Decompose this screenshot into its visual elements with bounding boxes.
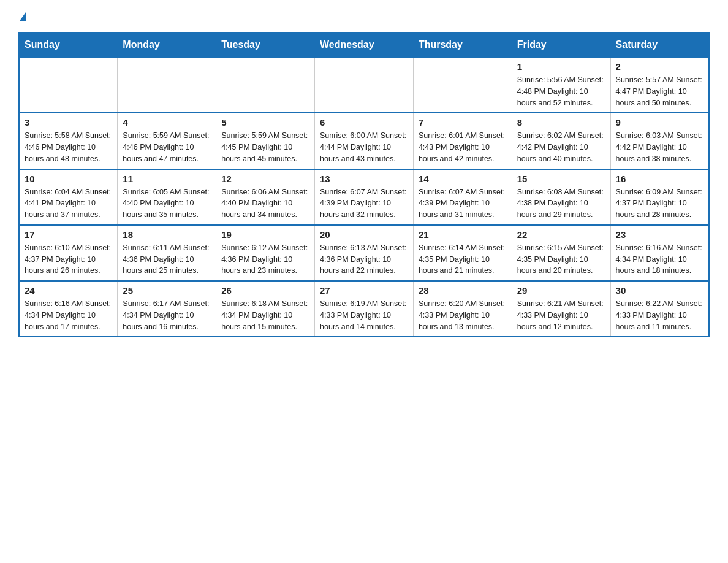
calendar-cell: 29Sunrise: 6:21 AM Sunset: 4:33 PM Dayli… bbox=[512, 281, 610, 337]
calendar-cell bbox=[216, 57, 315, 113]
day-number: 28 bbox=[419, 285, 507, 296]
weekday-header-tuesday: Tuesday bbox=[216, 33, 315, 57]
day-info: Sunrise: 6:13 AM Sunset: 4:36 PM Dayligh… bbox=[320, 242, 408, 277]
day-number: 17 bbox=[25, 229, 112, 240]
day-info: Sunrise: 6:01 AM Sunset: 4:43 PM Dayligh… bbox=[419, 130, 507, 164]
calendar-cell: 22Sunrise: 6:15 AM Sunset: 4:35 PM Dayli… bbox=[512, 225, 610, 281]
day-number: 18 bbox=[123, 229, 211, 240]
day-info: Sunrise: 6:12 AM Sunset: 4:36 PM Dayligh… bbox=[221, 242, 309, 277]
logo bbox=[18, 12, 26, 21]
calendar-cell: 28Sunrise: 6:20 AM Sunset: 4:33 PM Dayli… bbox=[413, 281, 512, 337]
day-number: 14 bbox=[419, 174, 507, 184]
day-info: Sunrise: 6:08 AM Sunset: 4:38 PM Dayligh… bbox=[517, 186, 605, 221]
day-number: 15 bbox=[517, 174, 605, 184]
calendar-cell: 2Sunrise: 5:57 AM Sunset: 4:47 PM Daylig… bbox=[610, 57, 709, 113]
day-number: 11 bbox=[123, 174, 211, 184]
day-number: 29 bbox=[517, 285, 605, 296]
weekday-header-saturday: Saturday bbox=[610, 33, 709, 57]
day-number: 1 bbox=[517, 61, 605, 72]
weekday-header-sunday: Sunday bbox=[19, 33, 118, 57]
calendar-cell: 23Sunrise: 6:16 AM Sunset: 4:34 PM Dayli… bbox=[610, 225, 709, 281]
day-number: 24 bbox=[25, 285, 112, 296]
calendar-cell: 20Sunrise: 6:13 AM Sunset: 4:36 PM Dayli… bbox=[315, 225, 414, 281]
day-info: Sunrise: 6:20 AM Sunset: 4:33 PM Dayligh… bbox=[419, 298, 507, 332]
day-info: Sunrise: 6:05 AM Sunset: 4:40 PM Dayligh… bbox=[123, 186, 211, 221]
day-number: 7 bbox=[419, 117, 507, 128]
calendar-cell bbox=[413, 57, 512, 113]
calendar-table: SundayMondayTuesdayWednesdayThursdayFrid… bbox=[18, 32, 710, 337]
day-info: Sunrise: 6:22 AM Sunset: 4:33 PM Dayligh… bbox=[616, 298, 703, 332]
day-number: 4 bbox=[123, 117, 211, 128]
day-info: Sunrise: 6:15 AM Sunset: 4:35 PM Dayligh… bbox=[517, 242, 605, 277]
calendar-cell: 15Sunrise: 6:08 AM Sunset: 4:38 PM Dayli… bbox=[512, 169, 610, 225]
calendar-week-row: 1Sunrise: 5:56 AM Sunset: 4:48 PM Daylig… bbox=[19, 57, 709, 113]
day-info: Sunrise: 5:59 AM Sunset: 4:45 PM Dayligh… bbox=[221, 130, 309, 164]
calendar-cell: 18Sunrise: 6:11 AM Sunset: 4:36 PM Dayli… bbox=[118, 225, 216, 281]
day-number: 19 bbox=[221, 229, 309, 240]
calendar-cell: 4Sunrise: 5:59 AM Sunset: 4:46 PM Daylig… bbox=[118, 113, 216, 169]
day-number: 13 bbox=[320, 174, 408, 184]
day-number: 23 bbox=[616, 229, 703, 240]
day-number: 20 bbox=[320, 229, 408, 240]
calendar-cell: 9Sunrise: 6:03 AM Sunset: 4:42 PM Daylig… bbox=[610, 113, 709, 169]
day-info: Sunrise: 6:07 AM Sunset: 4:39 PM Dayligh… bbox=[419, 186, 507, 221]
calendar-cell bbox=[118, 57, 216, 113]
calendar-week-row: 10Sunrise: 6:04 AM Sunset: 4:41 PM Dayli… bbox=[19, 169, 709, 225]
day-number: 6 bbox=[320, 117, 408, 128]
day-info: Sunrise: 6:19 AM Sunset: 4:33 PM Dayligh… bbox=[320, 298, 408, 332]
day-info: Sunrise: 6:09 AM Sunset: 4:37 PM Dayligh… bbox=[616, 186, 703, 221]
calendar-week-row: 24Sunrise: 6:16 AM Sunset: 4:34 PM Dayli… bbox=[19, 281, 709, 337]
day-info: Sunrise: 6:21 AM Sunset: 4:33 PM Dayligh… bbox=[517, 298, 605, 332]
calendar-cell: 25Sunrise: 6:17 AM Sunset: 4:34 PM Dayli… bbox=[118, 281, 216, 337]
day-info: Sunrise: 5:58 AM Sunset: 4:46 PM Dayligh… bbox=[25, 130, 112, 164]
day-number: 5 bbox=[221, 117, 309, 128]
page-header bbox=[18, 12, 710, 21]
day-number: 2 bbox=[616, 61, 703, 72]
day-number: 3 bbox=[25, 117, 112, 128]
day-number: 30 bbox=[616, 285, 703, 296]
day-number: 9 bbox=[616, 117, 703, 128]
calendar-cell: 27Sunrise: 6:19 AM Sunset: 4:33 PM Dayli… bbox=[315, 281, 414, 337]
calendar-cell: 3Sunrise: 5:58 AM Sunset: 4:46 PM Daylig… bbox=[19, 113, 118, 169]
day-info: Sunrise: 6:18 AM Sunset: 4:34 PM Dayligh… bbox=[221, 298, 309, 332]
calendar-cell: 16Sunrise: 6:09 AM Sunset: 4:37 PM Dayli… bbox=[610, 169, 709, 225]
day-info: Sunrise: 6:17 AM Sunset: 4:34 PM Dayligh… bbox=[123, 298, 211, 332]
day-number: 26 bbox=[221, 285, 309, 296]
day-number: 12 bbox=[221, 174, 309, 184]
day-info: Sunrise: 6:03 AM Sunset: 4:42 PM Dayligh… bbox=[616, 130, 703, 164]
day-info: Sunrise: 6:07 AM Sunset: 4:39 PM Dayligh… bbox=[320, 186, 408, 221]
day-info: Sunrise: 6:16 AM Sunset: 4:34 PM Dayligh… bbox=[616, 242, 703, 277]
day-number: 27 bbox=[320, 285, 408, 296]
day-info: Sunrise: 5:59 AM Sunset: 4:46 PM Dayligh… bbox=[123, 130, 211, 164]
calendar-cell: 7Sunrise: 6:01 AM Sunset: 4:43 PM Daylig… bbox=[413, 113, 512, 169]
weekday-header-wednesday: Wednesday bbox=[315, 33, 414, 57]
day-info: Sunrise: 5:56 AM Sunset: 4:48 PM Dayligh… bbox=[517, 74, 605, 109]
weekday-header-thursday: Thursday bbox=[413, 33, 512, 57]
day-info: Sunrise: 6:10 AM Sunset: 4:37 PM Dayligh… bbox=[25, 242, 112, 277]
day-info: Sunrise: 6:04 AM Sunset: 4:41 PM Dayligh… bbox=[25, 186, 112, 221]
day-info: Sunrise: 6:11 AM Sunset: 4:36 PM Dayligh… bbox=[123, 242, 211, 277]
weekday-header-row: SundayMondayTuesdayWednesdayThursdayFrid… bbox=[19, 33, 709, 57]
day-number: 10 bbox=[25, 174, 112, 184]
weekday-header-monday: Monday bbox=[118, 33, 216, 57]
calendar-week-row: 17Sunrise: 6:10 AM Sunset: 4:37 PM Dayli… bbox=[19, 225, 709, 281]
calendar-cell: 30Sunrise: 6:22 AM Sunset: 4:33 PM Dayli… bbox=[610, 281, 709, 337]
day-info: Sunrise: 6:00 AM Sunset: 4:44 PM Dayligh… bbox=[320, 130, 408, 164]
calendar-cell: 24Sunrise: 6:16 AM Sunset: 4:34 PM Dayli… bbox=[19, 281, 118, 337]
calendar-cell bbox=[19, 57, 118, 113]
calendar-cell: 13Sunrise: 6:07 AM Sunset: 4:39 PM Dayli… bbox=[315, 169, 414, 225]
day-number: 16 bbox=[616, 174, 703, 184]
calendar-cell: 21Sunrise: 6:14 AM Sunset: 4:35 PM Dayli… bbox=[413, 225, 512, 281]
day-info: Sunrise: 5:57 AM Sunset: 4:47 PM Dayligh… bbox=[616, 74, 703, 109]
calendar-cell bbox=[315, 57, 414, 113]
calendar-cell: 12Sunrise: 6:06 AM Sunset: 4:40 PM Dayli… bbox=[216, 169, 315, 225]
calendar-cell: 6Sunrise: 6:00 AM Sunset: 4:44 PM Daylig… bbox=[315, 113, 414, 169]
day-number: 21 bbox=[419, 229, 507, 240]
calendar-cell: 17Sunrise: 6:10 AM Sunset: 4:37 PM Dayli… bbox=[19, 225, 118, 281]
day-info: Sunrise: 6:06 AM Sunset: 4:40 PM Dayligh… bbox=[221, 186, 309, 221]
calendar-cell: 5Sunrise: 5:59 AM Sunset: 4:45 PM Daylig… bbox=[216, 113, 315, 169]
day-info: Sunrise: 6:16 AM Sunset: 4:34 PM Dayligh… bbox=[25, 298, 112, 332]
weekday-header-friday: Friday bbox=[512, 33, 610, 57]
calendar-cell: 14Sunrise: 6:07 AM Sunset: 4:39 PM Dayli… bbox=[413, 169, 512, 225]
logo-triangle-icon bbox=[20, 12, 26, 21]
